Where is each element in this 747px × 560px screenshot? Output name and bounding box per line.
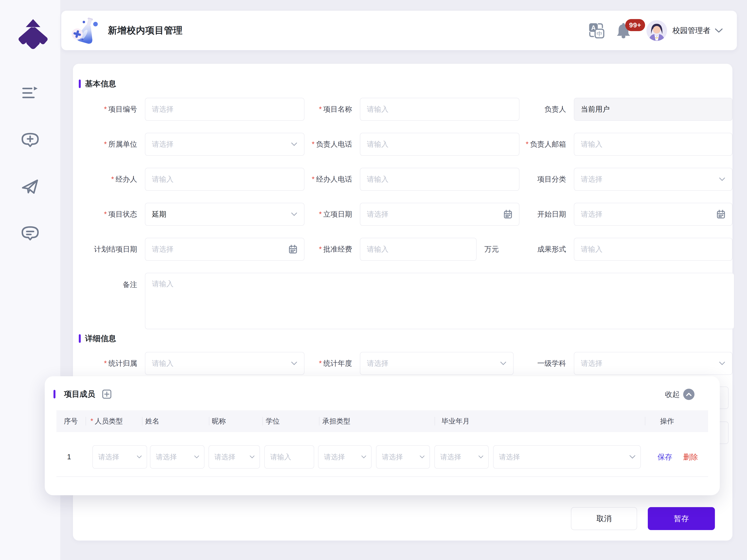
member-role-type2-select[interactable]: 请选择 xyxy=(376,445,430,469)
col-nickname: 昵称 xyxy=(212,410,226,432)
delete-row-link[interactable]: 删除 xyxy=(683,452,698,462)
project-code-input[interactable]: 请选择 xyxy=(145,98,305,121)
translate-icon[interactable]: A 中 xyxy=(589,23,604,38)
result-form-field[interactable] xyxy=(581,245,725,254)
chevron-down-icon[interactable] xyxy=(714,28,723,33)
member-degree-input[interactable]: 请输入 xyxy=(264,445,314,469)
col-role-type: 承担类型 xyxy=(323,410,350,432)
cancel-button[interactable]: 取消 xyxy=(571,507,637,530)
status-select[interactable]: 延期 xyxy=(145,203,305,226)
owner-input: 当前用户 xyxy=(574,98,732,121)
stat-year-select[interactable]: 请选择 xyxy=(360,352,514,375)
planned-end-date-picker[interactable]: 请选择 xyxy=(145,238,305,261)
handler-input[interactable] xyxy=(145,168,305,191)
field-status: *项目状态 延期 xyxy=(73,203,305,226)
category-select[interactable]: 请选择 xyxy=(574,168,732,191)
col-label: 人员类型 xyxy=(95,417,123,425)
col-person-type: *人员类型 xyxy=(91,410,123,432)
chevron-down-icon xyxy=(629,455,636,459)
owner-email-input[interactable] xyxy=(574,133,732,156)
avatar[interactable] xyxy=(646,20,667,41)
field-planned-end-date: 计划结项日期 请选择 xyxy=(73,238,305,261)
collapse-button[interactable]: 收起 xyxy=(665,389,694,400)
required-mark: * xyxy=(526,140,529,149)
field-start-date: 开始日期 请选择 xyxy=(502,203,732,226)
approval-date-picker[interactable]: 请选择 xyxy=(360,203,519,226)
placeholder: 请选择 xyxy=(581,358,602,368)
approved-funds-input[interactable] xyxy=(360,238,476,261)
notifications: 99+ xyxy=(615,22,632,39)
owner-phone-input[interactable] xyxy=(360,133,519,156)
chat-message-icon[interactable] xyxy=(20,223,40,243)
column-separator xyxy=(435,417,435,425)
field-stat-year: *统计年度 请选择 xyxy=(288,352,514,375)
members-header: 项目成员 xyxy=(53,389,112,399)
field-label: 项目名称 xyxy=(323,104,352,114)
required-mark: * xyxy=(319,245,322,254)
field-approved-funds: *批准经费 万元 xyxy=(288,238,499,261)
add-member-icon[interactable] xyxy=(102,389,112,399)
remark-textarea[interactable]: 请输入 xyxy=(145,273,735,329)
required-mark: * xyxy=(91,417,93,425)
project-name-input[interactable] xyxy=(360,98,519,121)
menu-list-play-icon[interactable] xyxy=(20,84,40,103)
start-date-picker[interactable]: 请选择 xyxy=(574,203,732,226)
field-project-code: *项目编号 请选择 xyxy=(73,98,305,121)
member-grad-month-select[interactable]: 请选择 xyxy=(493,445,641,469)
owner-phone-field[interactable] xyxy=(367,140,512,149)
stat-attribution-select[interactable]: 请输入 xyxy=(145,352,305,375)
department-select[interactable]: 请选择 xyxy=(145,133,305,156)
field-label: 项目编号 xyxy=(108,104,137,114)
placeholder: 请选择 xyxy=(152,139,174,149)
first-discipline-select[interactable]: 请选择 xyxy=(574,352,732,375)
members-title: 项目成员 xyxy=(64,389,95,399)
user-role-label[interactable]: 校园管理者 xyxy=(672,25,711,36)
project-name-field[interactable] xyxy=(367,105,512,113)
flask-icon xyxy=(71,14,102,47)
col-degree: 学位 xyxy=(266,410,280,432)
placeholder: 请选择 xyxy=(152,244,174,254)
field-label: 统计归属 xyxy=(108,358,137,368)
member-person-type-select[interactable]: 请选择 xyxy=(93,445,147,469)
section-detail-info: 详细信息 xyxy=(79,333,116,344)
member-row-index: 1 xyxy=(63,445,75,469)
member-nickname-select[interactable]: 请选择 xyxy=(209,445,260,469)
chevron-down-icon xyxy=(719,361,725,366)
field-approval-date: *立项日期 请选择 xyxy=(288,203,519,226)
chevron-down-icon xyxy=(249,455,255,459)
placeholder: 请选择 xyxy=(214,452,235,462)
col-index: 序号 xyxy=(64,410,78,432)
member-grad-year-select[interactable]: 请选择 xyxy=(434,445,489,469)
handler-phone-field[interactable] xyxy=(367,175,512,183)
page-title: 新增校内项目管理 xyxy=(108,24,183,36)
owner-email-field[interactable] xyxy=(581,140,725,149)
member-name-select[interactable]: 请选择 xyxy=(150,445,204,469)
chevron-down-icon xyxy=(719,177,725,181)
approved-funds-field[interactable] xyxy=(367,245,470,254)
calendar-icon xyxy=(717,210,725,219)
result-form-input[interactable] xyxy=(574,238,732,261)
chevron-down-icon xyxy=(361,455,366,459)
send-plane-icon[interactable] xyxy=(20,177,40,196)
field-label: 经办人 xyxy=(115,175,137,184)
member-role-type-select[interactable]: 请选择 xyxy=(318,445,371,469)
field-label: 开始日期 xyxy=(537,209,566,219)
header-card: 新增校内项目管理 A 中 xyxy=(61,11,737,50)
save-draft-button[interactable]: 暂存 xyxy=(648,507,715,530)
field-label: 一级学科 xyxy=(537,358,566,368)
field-label: 负责人邮箱 xyxy=(530,139,566,149)
handler-phone-input[interactable] xyxy=(360,168,519,191)
save-row-link[interactable]: 保存 xyxy=(658,452,672,462)
required-mark: * xyxy=(319,210,322,218)
required-mark: * xyxy=(312,175,314,183)
field-remark: 备注 请输入 xyxy=(73,273,735,329)
placeholder: 请选择 xyxy=(156,452,177,462)
chat-add-icon[interactable] xyxy=(20,130,40,150)
required-mark: * xyxy=(104,210,107,218)
section-title: 基本信息 xyxy=(85,78,116,89)
required-mark: * xyxy=(319,105,322,113)
placeholder: 请选择 xyxy=(367,358,388,368)
placeholder: 请选择 xyxy=(382,452,403,462)
handler-field[interactable] xyxy=(152,175,298,183)
sidebar-nav xyxy=(0,84,60,243)
